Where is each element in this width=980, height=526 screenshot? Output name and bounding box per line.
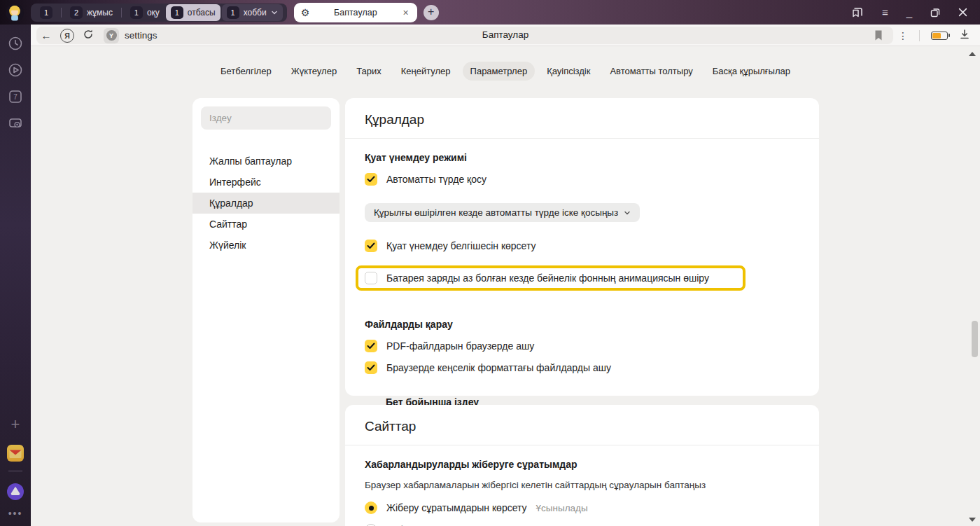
notifications-description: Браузер хабарламаларын жібергісі келетін… (365, 480, 799, 490)
new-tab-button[interactable]: + (424, 5, 439, 20)
screen-capture-icon[interactable] (8, 116, 23, 131)
sites-card: Сайттар Хабарландыруларды жіберуге сұрат… (345, 405, 819, 526)
menu-icon[interactable]: ≡ (882, 6, 888, 18)
sidebar-item-general[interactable]: Жалпы баптаулар (192, 151, 340, 172)
nav-extensions[interactable]: Кеңейтулер (393, 62, 458, 81)
group-count: 1 (130, 6, 143, 19)
nav-downloads[interactable]: Жүктеулер (284, 62, 345, 81)
alice-assistant-icon[interactable] (6, 483, 24, 501)
rail-add-icon[interactable]: + (8, 417, 23, 433)
toolbar-right: ⋮ (898, 25, 980, 46)
tab-bar: 1 2 жұмыс 1 оқу 1 отбасы 1 хобби (0, 0, 980, 25)
group-count: 1 (227, 6, 239, 19)
close-icon[interactable] (958, 8, 967, 17)
active-tab-settings[interactable]: ⚙ Баптаулар × (294, 3, 417, 22)
tab-group-1[interactable]: 1 (35, 4, 57, 21)
restore-icon[interactable] (930, 8, 940, 18)
settings-nav: Бетбелгілер Жүктеулер Тарих Кеңейтулер П… (31, 62, 980, 81)
sidebar-item-tools-selected[interactable]: Құралдар (192, 193, 340, 214)
checkbox-row-show-icon[interactable]: Қуат үнемдеу белгішесін көрсету (365, 240, 799, 252)
power-saving-heading: Қуат үнемдеу режимі (365, 152, 799, 163)
favicon-letter: Y (106, 30, 117, 41)
nav-other-devices[interactable]: Басқа құрылғылар (705, 62, 798, 81)
refresh-button[interactable] (78, 29, 98, 42)
nav-autofill[interactable]: Автоматты толтыру (602, 62, 700, 81)
dropdown-value: Құрылғы өшірілген кезде автоматты түрде … (374, 207, 618, 218)
group-separator (61, 8, 62, 18)
group-count: 1 (40, 6, 52, 19)
recommended-badge: Ұсынылады (536, 503, 588, 513)
checkbox-checked-icon[interactable] (365, 240, 377, 252)
battery-saver-icon[interactable] (931, 32, 948, 40)
sites-card-title: Сайттар (345, 405, 819, 445)
url-bar[interactable]: ← Я Y settings (36, 27, 893, 44)
group-label: хобби (244, 8, 267, 18)
checkbox-checked-icon[interactable] (365, 340, 377, 352)
history-icon[interactable] (8, 36, 23, 51)
scrollbar-thumb[interactable] (972, 321, 978, 357)
checkbox-checked-icon[interactable] (365, 173, 377, 186)
rail-more-icon[interactable]: ••• (8, 508, 23, 519)
highlighted-checkbox-row-battery-animation[interactable]: Батарея заряды аз болған кезде бейнелік … (356, 265, 746, 291)
checkbox-unchecked-icon[interactable] (365, 272, 377, 284)
tab-group-work[interactable]: 2 жұмыс (65, 4, 118, 21)
toolbar-separator (919, 30, 920, 41)
group-label: отбасы (188, 8, 216, 18)
url-text[interactable]: settings (125, 30, 158, 41)
yandex-home-button[interactable]: Я (60, 29, 74, 43)
scrollbar-up-arrow[interactable] (969, 52, 976, 56)
tools-card-title: Құралдар (345, 98, 819, 138)
checkbox-row-pdf[interactable]: PDF-файлдарын браузерде ашу (365, 340, 799, 352)
back-button[interactable]: ← (36, 29, 56, 41)
tab-title: Баптаулар (309, 8, 401, 18)
tab-count-label: 7 (13, 93, 18, 101)
page-title: Баптаулар (482, 29, 528, 40)
tab-group-family-selected[interactable]: 1 отбасы (166, 4, 220, 21)
checkbox-row-office[interactable]: Браузерде кеңселік форматтағы файлдарды … (365, 361, 799, 374)
sidebar-item-system[interactable]: Жүйелік (192, 235, 340, 256)
radio-selected-icon[interactable] (365, 501, 377, 514)
rail-divider (8, 471, 22, 471)
address-toolbar: ← Я Y settings Баптаулар ⋮ (31, 25, 980, 46)
browser-window: 1 2 жұмыс 1 оқу 1 отбасы 1 хобби (0, 0, 980, 526)
search-input[interactable] (201, 106, 331, 130)
profile-avatar[interactable] (6, 4, 24, 22)
browser-side-rail: 7 + ••• (0, 25, 31, 526)
checkbox-label: Автоматты түрде қосу (386, 174, 486, 185)
checkbox-label: Браузерде кеңселік форматтағы файлдарды … (386, 362, 611, 373)
chevron-down-icon (271, 9, 278, 16)
tab-counter-icon[interactable]: 7 (8, 89, 23, 104)
tools-card: Құралдар Қуат үнемдеу режимі Автоматты т… (345, 98, 819, 396)
nav-bookmarks[interactable]: Бетбелгілер (213, 62, 279, 81)
sidebar-item-interface[interactable]: Интерфейс (192, 172, 340, 193)
tab-close-icon[interactable]: × (401, 7, 410, 18)
nav-security[interactable]: Қауіпсіздік (539, 62, 598, 81)
nav-history[interactable]: Тарих (349, 62, 389, 81)
minimize-icon[interactable]: _ (906, 6, 912, 18)
scrollbar-down-arrow[interactable] (969, 518, 976, 522)
nav-settings-selected[interactable]: Параметрлер (463, 62, 536, 81)
battery-fill (932, 33, 941, 39)
checkbox-checked-icon[interactable] (365, 361, 377, 374)
video-icon[interactable] (8, 62, 23, 78)
side-panel-icon[interactable] (851, 7, 864, 18)
radio-row-show-requests[interactable]: Жіберу сұратымдарын көрсету Ұсынылады (365, 501, 799, 514)
tab-group-study[interactable]: 1 оқу (125, 4, 164, 21)
tab-groups-strip: 1 2 жұмыс 1 оқу 1 отбасы 1 хобби (31, 4, 287, 22)
sidebar-item-sites[interactable]: Сайттар (192, 214, 340, 235)
checkbox-label: Батарея заряды аз болған кезде бейнелік … (386, 272, 709, 284)
group-count: 2 (70, 6, 83, 19)
tab-group-hobby[interactable]: 1 хобби (222, 4, 283, 21)
kebab-menu-icon[interactable]: ⋮ (898, 30, 908, 41)
page-favicon: Y (104, 28, 119, 43)
checkbox-row-auto-on[interactable]: Автоматты түрде қосу (365, 173, 799, 186)
gear-icon: ⚙ (301, 8, 310, 18)
radio-label: Жіберу сұратымдарын көрсету (386, 502, 527, 513)
group-separator (121, 8, 122, 18)
downloads-icon[interactable] (959, 29, 970, 43)
power-mode-dropdown[interactable]: Құрылғы өшірілген кезде автоматты түрде … (365, 203, 640, 222)
bookmark-icon[interactable] (874, 29, 883, 44)
yandex-mail-icon[interactable] (6, 444, 24, 462)
window-controls: ≡ _ (851, 6, 980, 18)
group-count: 1 (171, 6, 183, 19)
